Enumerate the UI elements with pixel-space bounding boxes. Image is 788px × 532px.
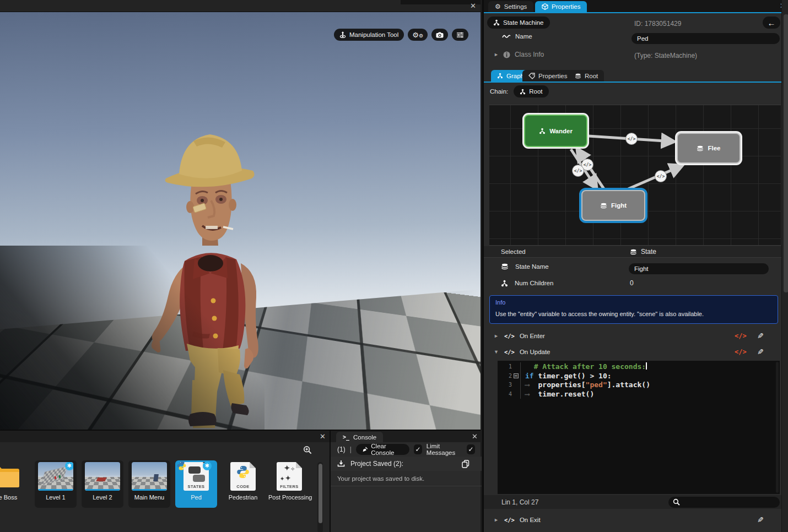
console-message-row[interactable]: Project Saved (2): xyxy=(331,457,482,471)
info-box-text: Use the "entity" variable to access the … xyxy=(495,311,772,317)
asset-item[interactable]: Main Menu xyxy=(128,460,170,508)
viewport-panel: ✕ xyxy=(0,0,481,430)
copy-icon[interactable] xyxy=(462,460,469,468)
code-line[interactable]: 2−if timer.get() > 10: xyxy=(498,372,780,381)
transition-script-icon[interactable]: </> xyxy=(626,133,638,145)
on-exit-edit-icon[interactable]: ✎ xyxy=(757,515,764,524)
class-info-label: Class Info xyxy=(515,51,544,58)
engine-settings-button[interactable]: ⚙⚙ xyxy=(408,29,428,41)
filters-file-icon: ✦✧✦✦ FILTERS xyxy=(277,462,302,491)
state-name-icon xyxy=(501,263,509,270)
back-button[interactable]: ← xyxy=(763,17,780,29)
graph-node-flee[interactable]: Flee xyxy=(677,133,741,164)
fold-marker-icon[interactable]: − xyxy=(514,373,519,378)
tag-icon xyxy=(528,73,535,79)
tab-properties-label: Properties xyxy=(552,3,580,10)
state-machine-chip[interactable]: State Machine xyxy=(487,17,550,29)
asset-item[interactable]: The Boss xyxy=(0,460,25,508)
state-name-value: Fight xyxy=(634,265,649,272)
subtab-root-label: Root xyxy=(585,73,598,79)
sliders-icon xyxy=(456,32,464,38)
code-editor-scrollbar[interactable] xyxy=(776,362,779,493)
class-info-row[interactable]: ► Class Info xyxy=(494,51,544,58)
selected-label: Selected xyxy=(501,248,526,255)
name-input[interactable]: Ped xyxy=(632,33,780,44)
transition-script-icon[interactable]: </> xyxy=(655,171,667,182)
asset-browser-close-button[interactable]: ✕ xyxy=(320,433,326,440)
asset-item-label: Main Menu xyxy=(128,494,170,501)
viewport-close-button[interactable]: ✕ xyxy=(470,2,476,9)
zoom-in-icon[interactable] xyxy=(303,446,312,454)
console-close-button[interactable]: ✕ xyxy=(472,433,478,440)
asset-item[interactable]: STATES ✱ Ped xyxy=(175,460,217,508)
asset-item[interactable]: CODE Pedestrian xyxy=(222,460,264,508)
state-graph-canvas[interactable]: </></></></>WanderFleeFight xyxy=(489,105,781,246)
code-line[interactable]: 4⟶ timer.reset() xyxy=(498,390,780,399)
python-icon xyxy=(236,465,250,479)
subtab-properties[interactable]: Properties xyxy=(522,70,573,82)
secondary-checkbox[interactable]: ✓ xyxy=(467,444,475,454)
graph-node-wander[interactable]: Wander xyxy=(524,115,587,147)
clear-console-button[interactable]: Clear Console xyxy=(356,444,409,455)
scene-view[interactable]: Manipulation Tool ⚙⚙ xyxy=(0,12,481,430)
asset-item[interactable]: ✦✧✦✦ FILTERS Post Processing xyxy=(268,460,310,508)
code-editor[interactable]: 1 # Attack after 10 seconds:2−if timer.g… xyxy=(498,361,780,494)
editor-search-input[interactable] xyxy=(668,497,780,508)
console-tab[interactable]: >_ Console xyxy=(336,432,383,442)
asset-item-label: The Boss xyxy=(0,494,25,501)
panel-scrollbar[interactable] xyxy=(781,0,788,532)
transition-script-icon[interactable]: </> xyxy=(573,165,584,177)
asset-item[interactable]: ✱ Level 1 xyxy=(35,460,77,508)
line-number: 4 xyxy=(498,390,512,399)
message-count: (1) xyxy=(337,446,346,453)
name-icon xyxy=(502,34,511,39)
tab-properties[interactable]: Properties xyxy=(535,1,587,12)
svg-text:</>: </> xyxy=(657,174,665,179)
code-icon: </> xyxy=(504,349,515,355)
line-number: 1 xyxy=(498,362,512,372)
on-exit-label: On Exit xyxy=(520,517,541,523)
state-name-input[interactable]: Fight xyxy=(629,263,769,274)
tab-settings[interactable]: ⚙ Settings xyxy=(488,1,533,12)
name-row: Name xyxy=(502,33,532,40)
manipulation-tool-button[interactable]: Manipulation Tool xyxy=(334,29,404,41)
graph-node-fight[interactable]: Fight xyxy=(581,190,645,221)
camera-button[interactable] xyxy=(431,29,448,41)
asset-item[interactable]: Level 2 xyxy=(82,460,123,508)
info-box: Info Use the "entity" variable to access… xyxy=(489,295,778,324)
asset-item-label: Pedestrian xyxy=(222,494,264,501)
toolbar-separator: | xyxy=(350,446,352,453)
on-enter-edit-icon[interactable]: ✎ xyxy=(757,332,764,340)
on-update-edit-icon[interactable]: ✎ xyxy=(757,348,764,356)
graph-subtabbar: Graph Properties Root xyxy=(484,70,781,82)
panel-tabbar: ⚙ Settings Properties ✕ xyxy=(484,0,788,12)
asset-browser-titlebar: ✕ xyxy=(0,431,330,442)
on-update-script-icon[interactable]: </> xyxy=(735,348,747,356)
on-exit-row[interactable]: ► </> On Exit ✎ xyxy=(484,513,781,526)
on-enter-row[interactable]: ► </> On Enter </> ✎ xyxy=(484,329,781,343)
chain-root-button[interactable]: Root xyxy=(514,85,548,97)
on-enter-caret-icon: ► xyxy=(494,333,499,339)
limit-messages-checkbox[interactable]: ✓ xyxy=(414,444,422,454)
selected-value: State xyxy=(630,248,656,256)
console-tab-label: Console xyxy=(353,434,376,441)
on-enter-script-icon[interactable]: </> xyxy=(735,332,747,340)
on-exit-caret-icon: ► xyxy=(494,517,499,523)
subtab-underline xyxy=(484,82,781,83)
node-label: Flee xyxy=(708,145,720,151)
info-icon xyxy=(503,51,510,58)
console-message-title: Project Saved (2): xyxy=(350,460,403,468)
code-line[interactable]: 3⟶ properties["ped"].attack() xyxy=(498,381,780,390)
view-options-button[interactable] xyxy=(452,29,468,41)
asset-item-label: Level 2 xyxy=(82,494,123,501)
scene-thumbnail: ✱ xyxy=(38,462,73,491)
active-tab-underline xyxy=(484,12,788,13)
indent-guide: ⟶ xyxy=(525,381,538,390)
name-value: Ped xyxy=(637,35,648,42)
on-update-row[interactable]: ▼ </> On Update </> ✎ xyxy=(484,345,781,359)
expand-caret-icon: ► xyxy=(494,52,499,57)
subtab-root[interactable]: Root xyxy=(569,70,604,82)
asset-scrollbar[interactable] xyxy=(317,462,323,532)
console-toolbar: (1) | Clear Console ✓ Limit Messages ✓ xyxy=(331,442,482,457)
code-line[interactable]: 1 # Attack after 10 seconds: xyxy=(498,362,780,372)
